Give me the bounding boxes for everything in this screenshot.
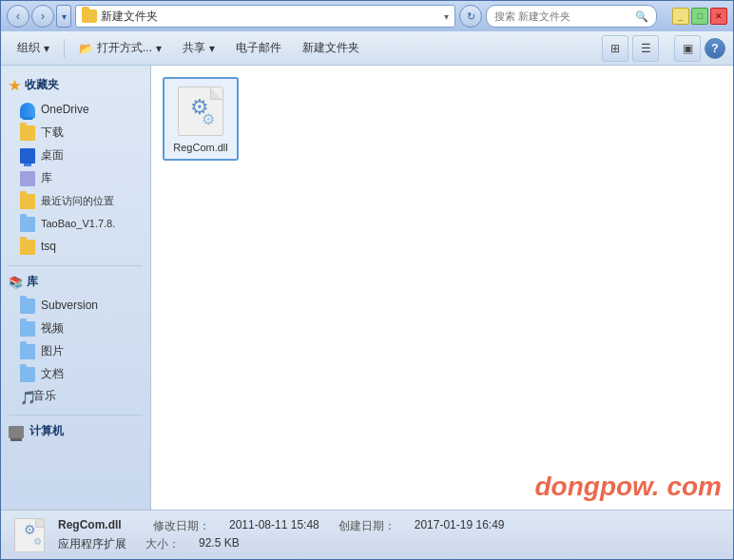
sidebar-item-label: 下载	[41, 125, 64, 141]
dll-gears: ⚙ ⚙	[190, 97, 211, 126]
sidebar-item-label: 图片	[41, 343, 64, 359]
search-bar[interactable]: 🔍	[486, 5, 657, 28]
sidebar-item-label: 桌面	[41, 147, 64, 164]
status-created-label: 创建日期：	[338, 518, 396, 534]
nav-dropdown-button[interactable]: ▾	[56, 5, 71, 28]
sidebar-item-recent[interactable]: 最近访问的位置	[1, 189, 150, 212]
watermark: dongpow. com	[535, 472, 723, 502]
sidebar-item-label: tsq	[41, 240, 56, 253]
lib-icon	[20, 171, 35, 186]
desktop-icon	[20, 148, 35, 164]
status-row-1: RegCom.dll 修改日期： 2011-08-11 15:48 创建日期： …	[58, 518, 505, 534]
main-content: ★ 收藏夹 OneDrive 下载 桌面 库	[1, 66, 733, 510]
folder-blue-icon	[20, 299, 35, 314]
email-button[interactable]: 电子邮件	[227, 35, 290, 62]
status-type: 应用程序扩展	[58, 536, 126, 552]
view-toggle-button[interactable]: ⊞	[602, 35, 628, 62]
organize-button[interactable]: 组织 ▾	[9, 35, 58, 62]
library-icon: 📚	[9, 276, 23, 289]
star-icon: ★	[9, 78, 21, 93]
sidebar-item-music[interactable]: 🎵 音乐	[1, 385, 150, 407]
preview-pane-button[interactable]: ▣	[674, 35, 701, 62]
refresh-button[interactable]: ↻	[459, 5, 482, 28]
folder-blue-icon	[20, 321, 35, 337]
sidebar-item-label: 音乐	[33, 388, 56, 404]
main-window: ‹ › ▾ 新建文件夹 ▾ ↻ 🔍 _ □ ✕ 组织 ▾ �	[0, 0, 734, 560]
sidebar-item-label: OneDrive	[41, 103, 89, 116]
favorites-header[interactable]: ★ 收藏夹	[1, 73, 150, 97]
sidebar-item-tsq[interactable]: tsq	[1, 235, 150, 258]
sidebar-item-taobao[interactable]: TaoBao_V1.7.8.	[1, 212, 150, 235]
share-dropdown-arrow: ▾	[209, 42, 215, 55]
status-created-value: 2017-01-19 16:49	[415, 518, 505, 534]
favorites-section: ★ 收藏夹 OneDrive 下载 桌面 库	[1, 73, 150, 258]
music-icon: 🎵	[20, 390, 33, 404]
title-bar: ‹ › ▾ 新建文件夹 ▾ ↻ 🔍 _ □ ✕	[1, 1, 733, 31]
status-bar: ⚙ ⚙ RegCom.dll 修改日期： 2011-08-11 15:48 创建…	[1, 510, 733, 559]
sidebar-item-subversion[interactable]: Subversion	[1, 294, 150, 317]
status-size-label: 大小：	[145, 536, 180, 552]
status-gear-large: ⚙	[24, 523, 36, 536]
status-filename: RegCom.dll	[58, 518, 134, 534]
close-button[interactable]: ✕	[710, 8, 727, 25]
open-with-button[interactable]: 📂 打开方式... ▾	[70, 35, 170, 62]
toolbar: 组织 ▾ 📂 打开方式... ▾ 共享 ▾ 电子邮件 新建文件夹 ⊞ ☰ ▣ ?	[1, 31, 733, 66]
library-label: 库	[27, 274, 38, 290]
file-item-regcom[interactable]: ⚙ ⚙ RegCom.dll	[163, 77, 239, 161]
status-row-2: 应用程序扩展 大小： 92.5 KB	[58, 536, 505, 552]
sidebar: ★ 收藏夹 OneDrive 下载 桌面 库	[1, 66, 151, 510]
folder-blue-icon	[20, 217, 35, 232]
sidebar-item-pictures[interactable]: 图片	[1, 339, 150, 362]
computer-icon	[9, 426, 24, 438]
back-button[interactable]: ‹	[7, 5, 29, 28]
folder-blue-icon	[20, 344, 35, 359]
view-details-button[interactable]: ☰	[632, 35, 659, 62]
sidebar-item-label: Subversion	[41, 299, 98, 312]
folder-blue-icon	[20, 367, 35, 382]
path-dropdown-arrow[interactable]: ▾	[444, 11, 449, 22]
sidebar-item-desktop[interactable]: 桌面	[1, 144, 150, 166]
path-bar[interactable]: 新建文件夹 ▾	[75, 5, 455, 28]
status-modified-label: 修改日期：	[153, 518, 210, 534]
open-dropdown-arrow: ▾	[156, 42, 162, 55]
folder-yellow-icon	[20, 194, 35, 209]
status-size-value: 92.5 KB	[199, 536, 240, 552]
help-button[interactable]: ?	[705, 38, 725, 59]
sidebar-item-label: 库	[41, 170, 52, 186]
toolbar-separator-1	[64, 39, 65, 58]
sidebar-item-library[interactable]: 库	[1, 166, 150, 189]
status-file-icon-wrapper: ⚙ ⚙	[12, 518, 47, 552]
window-controls: _ □ ✕	[672, 8, 727, 25]
computer-header[interactable]: 计算机	[1, 419, 150, 443]
sidebar-item-label: 最近访问的位置	[41, 194, 114, 208]
library-header[interactable]: 📚 库	[1, 270, 150, 294]
file-grid: ⚙ ⚙ RegCom.dll	[163, 77, 722, 161]
favorites-label: 收藏夹	[25, 77, 59, 93]
share-button[interactable]: 共享 ▾	[174, 35, 223, 62]
sidebar-item-video[interactable]: 视频	[1, 317, 150, 339]
folder-yellow-icon	[20, 126, 35, 141]
organize-dropdown-arrow: ▾	[44, 42, 49, 55]
forward-button[interactable]: ›	[31, 5, 54, 28]
open-icon: 📂	[79, 42, 93, 55]
folder-yellow-icon	[20, 240, 35, 255]
library-section: 📚 库 Subversion 视频 图片 文档	[1, 270, 150, 407]
sidebar-item-downloads[interactable]: 下载	[1, 121, 150, 144]
path-text: 新建文件夹	[101, 9, 440, 25]
path-folder-icon	[82, 10, 97, 23]
sidebar-divider-2	[9, 415, 143, 415]
search-input[interactable]	[494, 10, 631, 22]
computer-section: 计算机	[1, 419, 150, 443]
file-label: RegCom.dll	[173, 142, 227, 153]
sidebar-item-label: TaoBao_V1.7.8.	[41, 218, 115, 229]
search-icon[interactable]: 🔍	[635, 10, 648, 23]
sidebar-item-documents[interactable]: 文档	[1, 362, 150, 385]
sidebar-item-onedrive[interactable]: OneDrive	[1, 97, 150, 121]
new-folder-button[interactable]: 新建文件夹	[294, 35, 368, 62]
nav-controls: ‹ › ▾	[7, 5, 71, 28]
minimize-button[interactable]: _	[672, 8, 689, 25]
status-modified-value: 2011-08-11 15:48	[229, 518, 319, 534]
file-icon-wrapper: ⚙ ⚙	[174, 85, 227, 138]
status-info: RegCom.dll 修改日期： 2011-08-11 15:48 创建日期： …	[58, 518, 505, 552]
maximize-button[interactable]: □	[691, 8, 708, 25]
